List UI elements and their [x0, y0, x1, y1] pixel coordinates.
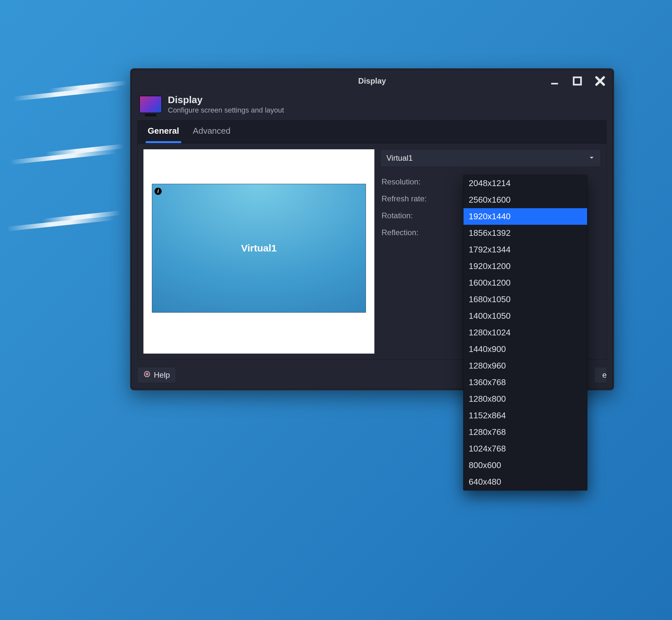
- header-title: Display: [168, 94, 284, 105]
- maximize-button[interactable]: [572, 75, 583, 87]
- display-icon: [139, 96, 162, 113]
- svg-rect-0: [551, 83, 558, 85]
- resolution-option[interactable]: 1400x1050: [464, 308, 587, 324]
- info-icon[interactable]: i: [155, 188, 162, 195]
- label-refresh-rate: Refresh rate:: [381, 194, 453, 203]
- resolution-option[interactable]: 1280x960: [464, 358, 587, 374]
- svg-rect-1: [574, 78, 581, 85]
- resolution-dropdown-menu[interactable]: 2048x12142560x16001920x14401856x13921792…: [463, 175, 587, 490]
- output-select[interactable]: Virtual1: [380, 149, 601, 167]
- virtual-screen[interactable]: Virtual1: [152, 184, 366, 313]
- resolution-option[interactable]: 1680x1050: [464, 291, 587, 308]
- close-window-button-label: e: [603, 370, 607, 379]
- resolution-option[interactable]: 1856x1392: [464, 225, 587, 241]
- close-window-button[interactable]: e: [594, 367, 607, 383]
- label-reflection: Reflection:: [381, 228, 453, 237]
- titlebar[interactable]: Display: [132, 69, 613, 92]
- resolution-option[interactable]: 2048x1214: [464, 175, 587, 192]
- window-controls: [549, 75, 606, 87]
- help-button[interactable]: Help: [137, 367, 176, 383]
- resolution-option[interactable]: 1360x768: [464, 374, 587, 391]
- svg-point-3: [146, 373, 148, 375]
- output-select-value: Virtual1: [386, 154, 413, 163]
- label-rotation: Rotation:: [381, 211, 453, 220]
- tab-advanced[interactable]: Advanced: [191, 121, 232, 143]
- resolution-option[interactable]: 1920x1440: [464, 208, 587, 225]
- resolution-option[interactable]: 1920x1200: [464, 258, 587, 274]
- resolution-option[interactable]: 1152x864: [464, 407, 587, 424]
- resolution-option[interactable]: 640x480: [464, 474, 587, 490]
- resolution-option[interactable]: 1600x1200: [464, 274, 587, 291]
- resolution-option[interactable]: 1792x1344: [464, 241, 587, 258]
- virtual-screen-label: Virtual1: [241, 243, 277, 254]
- tabbar: General Advanced: [137, 120, 607, 144]
- display-form: Virtual1 Resolution: Refresh rate: Rotat…: [380, 149, 601, 354]
- resolution-option[interactable]: 1280x800: [464, 391, 587, 407]
- resolution-option[interactable]: 1280x768: [464, 424, 587, 441]
- display-settings-window: Display Display Configure screen setting…: [130, 68, 614, 390]
- tab-general[interactable]: General: [146, 121, 181, 143]
- display-layout-preview[interactable]: Virtual1 i: [144, 149, 374, 354]
- help-icon: [144, 370, 151, 379]
- resolution-option[interactable]: 1024x768: [464, 441, 587, 457]
- content: Virtual1 i Virtual1 Resolution:: [137, 144, 607, 360]
- resolution-option[interactable]: 800x600: [464, 457, 587, 474]
- minimize-button[interactable]: [549, 75, 560, 87]
- window-title: Display: [132, 76, 613, 86]
- label-resolution: Resolution:: [381, 177, 453, 187]
- header-text: Display Configure screen settings and la…: [168, 94, 284, 114]
- resolution-option[interactable]: 1280x1024: [464, 324, 587, 341]
- header-subtitle: Configure screen settings and layout: [168, 106, 284, 114]
- resolution-option[interactable]: 2560x1600: [464, 192, 587, 208]
- help-button-label: Help: [154, 370, 170, 379]
- close-button[interactable]: [595, 75, 606, 87]
- desktop: Display Display Configure screen setting…: [0, 0, 672, 620]
- chevron-down-icon: [589, 154, 595, 163]
- header: Display Configure screen settings and la…: [132, 92, 613, 120]
- resolution-option[interactable]: 1440x900: [464, 341, 587, 358]
